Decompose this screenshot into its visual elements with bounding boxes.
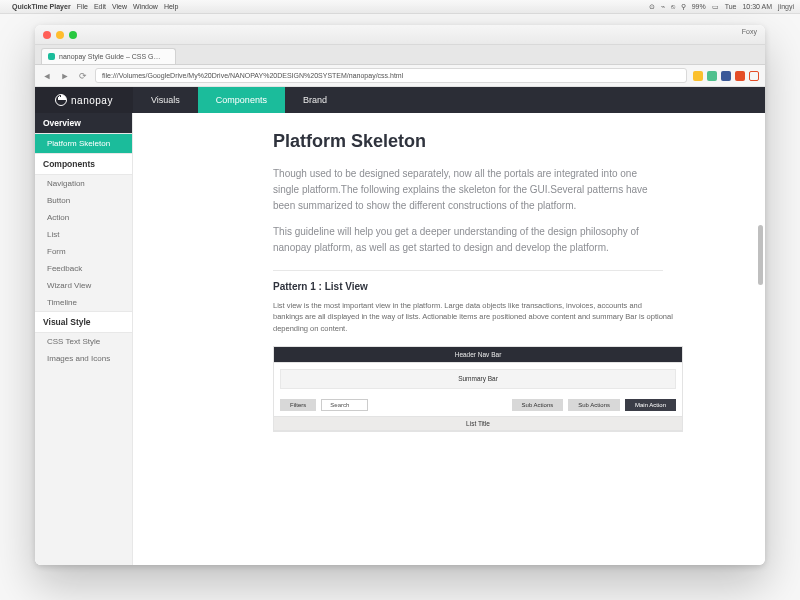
window-title: Foxy [742, 28, 757, 35]
wifi-icon[interactable]: ⚲ [681, 3, 686, 11]
favicon-icon [48, 53, 55, 60]
nav-forward-button[interactable]: ► [59, 70, 71, 82]
wireframe-list-title: List Title [274, 417, 682, 431]
extension-icon[interactable] [721, 71, 731, 81]
sidebar-item-action[interactable]: Action [35, 209, 132, 226]
brand-name: nanopay [71, 95, 113, 106]
window-close-button[interactable] [43, 31, 51, 39]
macos-menubar: QuickTime Player File Edit View Window H… [0, 0, 800, 14]
page-title: Platform Skeleton [273, 131, 723, 152]
url-input[interactable]: file:///Volumes/GoogleDrive/My%20Drive/N… [95, 68, 687, 83]
opera-menu-icon[interactable] [749, 71, 759, 81]
sidebar-item-wizard-view[interactable]: Wizard View [35, 277, 132, 294]
intro-paragraph-2: This guideline will help you get a deepe… [273, 224, 663, 256]
sidebar-heading-components: Components [35, 153, 132, 175]
browser-tabstrip: nanopay Style Guide – CSS G… [35, 45, 765, 65]
menubar-edit[interactable]: Edit [94, 3, 106, 10]
wireframe-search-field: Search [321, 399, 368, 411]
menubar-window[interactable]: Window [133, 3, 158, 10]
window-maximize-button[interactable] [69, 31, 77, 39]
sidebar-item-list[interactable]: List [35, 226, 132, 243]
browser-urlbar: ◄ ► ⟳ file:///Volumes/GoogleDrive/My%20D… [35, 65, 765, 87]
wireframe-main-action: Main Action [625, 399, 676, 411]
sidebar-item-css-text-style[interactable]: CSS Text Style [35, 333, 132, 350]
sidebar-item-images-and-icons[interactable]: Images and Icons [35, 350, 132, 367]
wireframe-toolbar: Filters Search Sub Actions Sub Actions M… [274, 395, 682, 417]
menubar-user[interactable]: jingyi [778, 3, 794, 10]
menubar-file[interactable]: File [77, 3, 88, 10]
status-icon: ⊙ [649, 3, 655, 11]
battery-icon: ▭ [712, 3, 719, 11]
menubar-help[interactable]: Help [164, 3, 178, 10]
sidebar-heading-visual-style: Visual Style [35, 311, 132, 333]
sidebar-item-feedback[interactable]: Feedback [35, 260, 132, 277]
sidebar-item-platform-skeleton[interactable]: Platform Skeleton [35, 134, 132, 153]
window-titlebar[interactable]: Foxy [35, 25, 765, 45]
extension-icon[interactable] [707, 71, 717, 81]
topnav-visuals[interactable]: Visuals [133, 87, 198, 113]
nav-reload-button[interactable]: ⟳ [77, 70, 89, 82]
intro-paragraph-1: Though used to be designed separately, n… [273, 166, 663, 214]
pattern-description: List view is the most important view in … [273, 300, 673, 334]
divider [273, 270, 663, 271]
extension-icon[interactable] [693, 71, 703, 81]
wireframe-listview: Header Nav Bar Summary Bar Filters Searc… [273, 346, 683, 432]
topnav-brand[interactable]: Brand [285, 87, 345, 113]
browser-tab[interactable]: nanopay Style Guide – CSS G… [41, 48, 176, 64]
wireframe-sub-action-b: Sub Actions [568, 399, 620, 411]
menubar-time[interactable]: 10:30 AM [742, 3, 772, 10]
wireframe-filters-chip: Filters [280, 399, 316, 411]
topnav-components[interactable]: Components [198, 87, 285, 113]
brand-logo[interactable]: nanopay [35, 87, 133, 113]
menubar-day: Tue [725, 3, 737, 10]
status-icon: ⎋ [671, 3, 675, 10]
wireframe-sub-action-a: Sub Actions [512, 399, 564, 411]
window-minimize-button[interactable] [56, 31, 64, 39]
sidebar-heading-overview: Overview [35, 113, 132, 134]
scrollbar-thumb[interactable] [758, 225, 763, 285]
pattern-heading: Pattern 1 : List View [273, 281, 723, 292]
sidebar: Overview Platform Skeleton Components Na… [35, 113, 133, 565]
sidebar-item-timeline[interactable]: Timeline [35, 294, 132, 311]
wireframe-summary-bar: Summary Bar [280, 369, 676, 389]
tab-title: nanopay Style Guide – CSS G… [59, 53, 161, 60]
extension-icon[interactable] [735, 71, 745, 81]
status-icon: ⌁ [661, 3, 665, 11]
sidebar-item-button[interactable]: Button [35, 192, 132, 209]
sidebar-item-navigation[interactable]: Navigation [35, 175, 132, 192]
browser-window: Foxy nanopay Style Guide – CSS G… ◄ ► ⟳ … [35, 25, 765, 565]
battery-percent: 99% [692, 3, 706, 10]
logo-icon [55, 94, 67, 106]
menubar-view[interactable]: View [112, 3, 127, 10]
sidebar-item-form[interactable]: Form [35, 243, 132, 260]
nav-back-button[interactable]: ◄ [41, 70, 53, 82]
menubar-app-name[interactable]: QuickTime Player [12, 3, 71, 10]
main-content: Platform Skeleton Though used to be desi… [133, 113, 765, 565]
app-topnav: nanopay Visuals Components Brand [35, 87, 765, 113]
wireframe-header-nav: Header Nav Bar [274, 347, 682, 363]
url-text: file:///Volumes/GoogleDrive/My%20Drive/N… [102, 72, 403, 79]
